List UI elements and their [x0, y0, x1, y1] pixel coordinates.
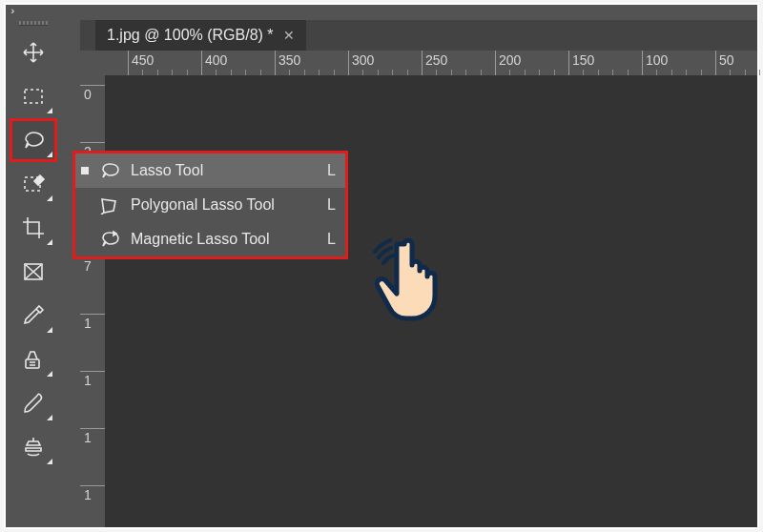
ruler-tick: 1 — [80, 485, 105, 486]
ruler-tick-label: 1 — [84, 316, 92, 331]
flyout-item-shortcut: L — [327, 231, 336, 248]
ruler-tick: 450 — [128, 51, 129, 75]
ruler-tick-label: 350 — [278, 52, 300, 68]
ruler-tick-label: 100 — [646, 52, 668, 68]
svg-rect-0 — [25, 90, 42, 103]
ruler-tick: 2 — [80, 142, 105, 143]
flyout-indicator-icon — [47, 239, 52, 245]
selected-indicator-icon — [81, 167, 89, 174]
frame-tool[interactable] — [11, 252, 55, 292]
ruler-tick: 200 — [495, 51, 496, 75]
clone-stamp-tool[interactable] — [11, 427, 55, 467]
ruler-tick-label: 0 — [84, 87, 92, 102]
ruler-tick-label: 7 — [84, 258, 92, 274]
app-window: ›› — [4, 3, 759, 529]
ruler-tick: 50 — [715, 51, 716, 75]
svg-rect-3 — [26, 359, 39, 368]
flyout-item-label: Polygonal Lasso Tool — [131, 196, 318, 214]
healing-brush-tool[interactable] — [11, 339, 55, 379]
lasso-icon — [98, 161, 121, 180]
close-tab-icon[interactable]: ✕ — [283, 28, 295, 43]
ruler-tick: 250 — [422, 51, 423, 75]
ruler-tick: 0 — [80, 85, 105, 86]
ruler-tick-label: 1 — [84, 487, 92, 502]
crop-tool[interactable] — [11, 208, 55, 248]
ruler-tick: 150 — [568, 51, 569, 75]
ruler-tick: 1 — [80, 428, 105, 429]
vertical-ruler[interactable]: 02571111 — [80, 75, 106, 527]
ruler-tick-label: 150 — [572, 52, 594, 68]
ruler-tick: 7 — [80, 256, 105, 257]
poly-lasso-icon — [98, 195, 121, 215]
ruler-tick: 350 — [275, 51, 276, 75]
horizontal-ruler[interactable]: 45040035030025020015010050 — [80, 51, 757, 76]
eyedropper-tool[interactable] — [11, 296, 55, 336]
ruler-tick-label: 300 — [352, 52, 374, 68]
flyout-indicator-icon — [47, 371, 52, 377]
ruler-tick: 1 — [80, 314, 105, 315]
brush-tool[interactable] — [11, 383, 55, 423]
panel-grip[interactable] — [6, 17, 61, 29]
ruler-tick: 400 — [201, 51, 202, 75]
magic-wand-tool[interactable] — [11, 164, 55, 204]
flyout-item-label: Lasso Tool — [131, 162, 318, 179]
rectangular-marquee-tool[interactable] — [11, 76, 55, 116]
mag-lasso-icon — [98, 230, 121, 249]
ruler-tick-label: 50 — [719, 52, 734, 68]
flyout-indicator-icon — [47, 459, 52, 464]
ruler-tick: 300 — [348, 51, 349, 75]
flyout-indicator-icon — [47, 108, 52, 113]
document-tab-title: 1.jpg @ 100% (RGB/8) * — [107, 27, 274, 44]
document-tab[interactable]: 1.jpg @ 100% (RGB/8) * ✕ — [95, 20, 306, 51]
flyout-indicator-icon — [47, 195, 52, 201]
flyout-item-poly-lasso[interactable]: Polygonal Lasso ToolL — [75, 188, 345, 222]
flyout-indicator-icon — [47, 415, 52, 420]
ruler-tick: 100 — [642, 51, 643, 75]
ruler-tick: 1 — [80, 371, 105, 372]
lasso-tool-flyout: Lasso ToolLPolygonal Lasso ToolLMagnetic… — [75, 153, 345, 256]
flyout-item-lasso[interactable]: Lasso ToolL — [75, 153, 345, 188]
flyout-item-shortcut: L — [327, 196, 336, 214]
flyout-item-shortcut: L — [327, 162, 336, 179]
lasso-tool[interactable] — [11, 120, 55, 160]
ruler-tick-label: 450 — [132, 52, 154, 68]
flyout-indicator-icon — [47, 152, 52, 157]
panel-collapse-strip[interactable]: ›› — [6, 5, 757, 17]
tools-panel — [6, 17, 61, 527]
ruler-tick-label: 200 — [499, 52, 521, 68]
ruler-tick-label: 1 — [84, 373, 92, 388]
canvas[interactable] — [105, 75, 757, 527]
ruler-tick-label: 250 — [425, 52, 447, 68]
flyout-item-mag-lasso[interactable]: Magnetic Lasso ToolL — [75, 222, 345, 256]
document-tab-bar: 1.jpg @ 100% (RGB/8) * ✕ — [80, 20, 757, 51]
ruler-tick-label: 1 — [84, 430, 92, 445]
flyout-item-label: Magnetic Lasso Tool — [131, 231, 318, 248]
flyout-indicator-icon — [47, 327, 52, 333]
move-tool[interactable] — [11, 32, 55, 72]
ruler-tick-label: 400 — [205, 52, 227, 68]
